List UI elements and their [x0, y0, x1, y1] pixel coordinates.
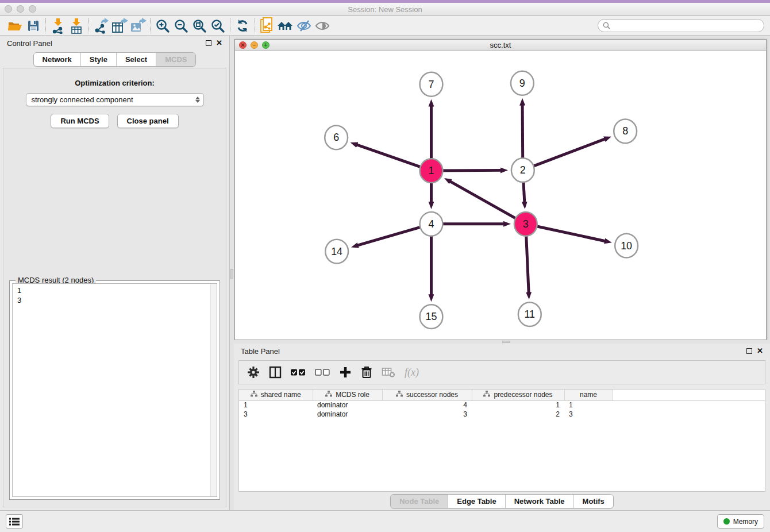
float-panel-icon[interactable]: [746, 348, 752, 354]
table-row[interactable]: 1dominator411: [239, 400, 765, 410]
table-cell[interactable]: 1: [472, 400, 564, 410]
table-cell[interactable]: 2: [472, 410, 564, 419]
table-cell[interactable]: dominator: [313, 400, 382, 410]
export-table-icon[interactable]: [110, 17, 129, 34]
panel-splitter[interactable]: [230, 36, 234, 510]
graph-node-7[interactable]: 7: [420, 72, 443, 97]
deselect-all-icon[interactable]: [315, 364, 330, 381]
graph-node-10[interactable]: 10: [615, 234, 638, 258]
splitter-grip[interactable]: [502, 341, 510, 343]
export-image-icon[interactable]: [129, 17, 147, 34]
first-neighbors-icon[interactable]: [276, 17, 295, 34]
network-close-button[interactable]: ✕: [239, 41, 247, 49]
graph-node-11[interactable]: 11: [518, 302, 541, 326]
horizontal-splitter[interactable]: [234, 340, 770, 344]
close-panel-icon[interactable]: ✕: [757, 348, 763, 354]
dropdown-value: strongly connected component: [32, 95, 195, 104]
result-scrollbar[interactable]: [210, 284, 217, 496]
add-row-icon[interactable]: [339, 364, 352, 381]
import-network-icon[interactable]: [49, 17, 67, 34]
close-panel-button[interactable]: Close panel: [117, 114, 179, 128]
table-cell[interactable]: 3: [239, 410, 313, 419]
column-header-MCDS-role[interactable]: MCDS role: [313, 390, 382, 400]
splitter-grip[interactable]: [230, 269, 233, 279]
table-cell[interactable]: 3: [564, 410, 613, 419]
table-cell[interactable]: 4: [382, 400, 472, 410]
column-header-shared-name[interactable]: shared name: [239, 390, 313, 400]
hierarchy-icon: [251, 391, 257, 399]
table-cell[interactable]: dominator: [313, 410, 382, 419]
table-toolbar: f(x): [238, 360, 765, 384]
table-cell-filler: [613, 410, 765, 419]
column-header-predecessor-nodes[interactable]: predecessor nodes: [472, 390, 564, 400]
optimization-criterion-label: Optimization criterion:: [3, 79, 226, 87]
table-tab-edge-table[interactable]: Edge Table: [448, 495, 505, 508]
result-line: 1: [17, 286, 212, 295]
table-tab-motifs[interactable]: Motifs: [574, 495, 613, 508]
table-cell[interactable]: 1: [239, 400, 313, 410]
table-panel: Table Panel ✕: [234, 344, 770, 510]
zoom-out-icon[interactable]: [172, 17, 190, 34]
new-network-from-selection-icon[interactable]: [258, 17, 276, 34]
graph-node-1[interactable]: 1: [420, 159, 443, 183]
graph-node-8[interactable]: 8: [614, 119, 637, 144]
column-header-name[interactable]: name: [564, 390, 613, 400]
tab-mcds[interactable]: MCDS: [156, 53, 195, 66]
network-graph[interactable]: 7968124314101511: [235, 51, 766, 340]
optimization-criterion-dropdown[interactable]: strongly connected component: [26, 93, 204, 106]
network-maximize-button[interactable]: +: [262, 41, 270, 49]
close-panel-icon[interactable]: ✕: [216, 40, 222, 46]
zoom-selected-icon[interactable]: [209, 17, 227, 34]
svg-text:11: 11: [525, 309, 536, 320]
network-canvas[interactable]: 7968124314101511: [235, 51, 766, 340]
show-columns-icon[interactable]: [269, 364, 282, 381]
run-mcds-button[interactable]: Run MCDS: [51, 114, 109, 128]
table-row[interactable]: 3dominator323: [239, 410, 765, 419]
mcds-result-text[interactable]: 13: [12, 283, 217, 497]
import-table-icon[interactable]: [67, 17, 86, 34]
graph-edge-2-8[interactable]: [523, 138, 608, 170]
search-input[interactable]: [613, 21, 759, 30]
float-panel-icon[interactable]: [206, 40, 211, 46]
tab-network[interactable]: Network: [34, 53, 81, 66]
network-minimize-button[interactable]: −: [251, 41, 258, 49]
graph-node-2[interactable]: 2: [511, 158, 534, 182]
graph-edge-3-1[interactable]: [448, 180, 526, 223]
table-cell[interactable]: 1: [564, 400, 613, 410]
graph-edge-1-6[interactable]: [354, 144, 431, 171]
graph-node-15[interactable]: 15: [420, 304, 443, 329]
hierarchy-icon: [396, 391, 403, 399]
maximize-window-button[interactable]: [29, 5, 36, 13]
close-window-button[interactable]: [5, 5, 12, 13]
column-header-successor-nodes[interactable]: successor nodes: [382, 390, 472, 400]
show-all-icon[interactable]: [313, 17, 332, 34]
hide-selection-icon[interactable]: [295, 17, 313, 34]
select-all-icon[interactable]: [291, 364, 306, 381]
task-history-button[interactable]: [6, 514, 23, 529]
graph-edge-3-10[interactable]: [526, 224, 608, 242]
graph-node-6[interactable]: 6: [325, 125, 348, 149]
zoom-fit-icon[interactable]: [190, 17, 209, 34]
toolbar-separator: [255, 18, 255, 33]
minimize-window-button[interactable]: [17, 5, 24, 13]
open-file-icon[interactable]: [6, 17, 24, 34]
tab-style[interactable]: Style: [81, 53, 117, 66]
table-cell[interactable]: 3: [382, 410, 472, 419]
graph-node-4[interactable]: 4: [420, 212, 443, 236]
table-tab-network-table[interactable]: Network Table: [506, 495, 574, 508]
export-network-icon[interactable]: [92, 17, 110, 34]
tab-select[interactable]: Select: [117, 53, 156, 66]
svg-text:10: 10: [621, 240, 632, 252]
graph-node-3[interactable]: 3: [514, 212, 537, 236]
graph-node-14[interactable]: 14: [325, 240, 348, 264]
table-options-gear-icon[interactable]: [247, 364, 260, 381]
memory-button[interactable]: Memory: [717, 514, 764, 529]
network-window-titlebar[interactable]: ✕ − + scc.txt: [235, 40, 766, 51]
delete-row-icon[interactable]: [361, 364, 372, 381]
zoom-in-icon[interactable]: [153, 17, 172, 34]
graph-node-9[interactable]: 9: [511, 71, 534, 95]
save-session-icon[interactable]: [24, 17, 43, 34]
table-tab-node-table[interactable]: Node Table: [391, 495, 448, 508]
table-tabs: Node TableEdge TableNetwork TableMotifs: [390, 494, 614, 508]
refresh-icon[interactable]: [233, 17, 252, 34]
